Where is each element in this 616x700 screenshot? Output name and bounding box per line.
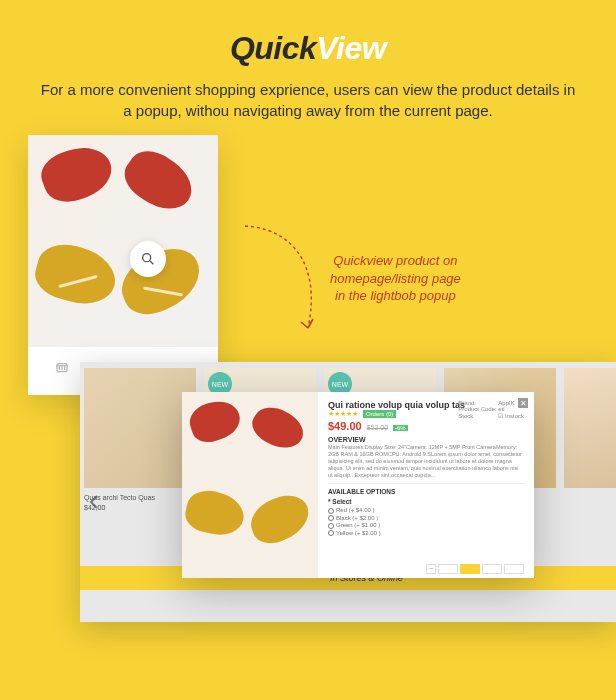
intro-text: For a more convenient shopping exprience… [0, 67, 616, 121]
svg-point-0 [143, 254, 151, 262]
title-part-light: View [316, 30, 386, 66]
price-current: $49.00 [328, 420, 362, 432]
qty-input[interactable] [438, 564, 458, 574]
orders-badge: Orders (0) [363, 410, 396, 418]
option-radio[interactable] [328, 508, 334, 514]
shoe-illustration [182, 486, 247, 539]
option-list: Red (+ $4.00 ) Black (+ $2.00 ) Green (+… [328, 507, 524, 536]
zoom-icon [140, 251, 156, 267]
modal-bottom-controls: − [426, 564, 524, 574]
shoe-illustration [30, 238, 122, 312]
rating-stars: ★★★★★ [328, 410, 358, 417]
shoe-illustration [246, 399, 309, 456]
arrow-illustration [230, 218, 340, 348]
zoom-button[interactable] [130, 241, 166, 277]
option-label: Red (+ $4.00 ) [336, 507, 375, 513]
option-label: Black (+ $2.00 ) [336, 515, 378, 521]
spec-label: Stock [458, 413, 498, 419]
modal-details: Brand:AppIK Product Code:eti Stock☑ Inst… [318, 392, 534, 578]
list-item-title: Quas archi Tecto Quas [84, 494, 196, 502]
quickview-modal: ✕ Brand:AppIK Product Code:eti Stock☑ In… [182, 392, 534, 578]
list-thumb [84, 368, 196, 488]
product-card [28, 135, 218, 395]
svg-line-1 [150, 261, 153, 264]
shoe-illustration [185, 395, 244, 447]
discount-badge: -6% [393, 425, 408, 431]
cart-button[interactable] [54, 361, 70, 381]
list-item[interactable]: Quas archi Tecto Quas $42,00 [84, 368, 196, 538]
secondary-action-box[interactable] [482, 564, 502, 574]
qty-decrease-button[interactable]: − [426, 564, 436, 574]
spec-value: ☑ Instock [498, 413, 524, 419]
overview-text: Main Features:Display Size: 24"Camera: 1… [328, 444, 524, 478]
page-title: QuickView [0, 0, 616, 67]
modal-close-button[interactable]: ✕ [518, 398, 528, 408]
callout-line: Quickview product on [330, 252, 461, 270]
modal-product-image [182, 392, 318, 578]
option-label: Green (+ $1.00 ) [336, 522, 380, 528]
option-label: Yellow (+ $2.00 ) [336, 530, 381, 536]
add-to-cart-button[interactable] [460, 564, 480, 574]
shoe-illustration [117, 141, 202, 220]
list-item[interactable] [564, 368, 616, 538]
option-radio[interactable] [328, 523, 334, 529]
select-label: * Select [328, 498, 524, 505]
shoe-illustration [36, 139, 119, 210]
callout-line: homepage/listing page [330, 270, 461, 288]
callout: Quickview product on homepage/listing pa… [330, 252, 461, 305]
overview-heading: OVERVIEW [328, 436, 524, 443]
cart-icon [54, 361, 70, 377]
list-item-price: $42,00 [84, 504, 196, 511]
title-part-dark: Quick [230, 30, 316, 66]
option-yellow[interactable]: Yellow (+ $2.00 ) [328, 530, 524, 536]
modal-specs: Brand:AppIK Product Code:eti Stock☑ Inst… [458, 400, 524, 419]
option-radio[interactable] [328, 530, 334, 536]
option-green[interactable]: Green (+ $1.00 ) [328, 522, 524, 528]
list-thumb [564, 368, 616, 488]
product-image [28, 135, 218, 347]
callout-line: in the lightbob popup [330, 287, 461, 305]
shoe-illustration [244, 488, 315, 549]
price-old: $52.00 [367, 424, 388, 431]
close-icon: ✕ [520, 399, 527, 408]
option-radio[interactable] [328, 515, 334, 521]
option-black[interactable]: Black (+ $2.00 ) [328, 515, 524, 521]
modal-price: $49.00 $52.00 -6% [328, 420, 524, 432]
secondary-action-box[interactable] [504, 564, 524, 574]
available-options-heading: AVAILABLE OPTIONS [328, 483, 524, 495]
option-red[interactable]: Red (+ $4.00 ) [328, 507, 524, 513]
